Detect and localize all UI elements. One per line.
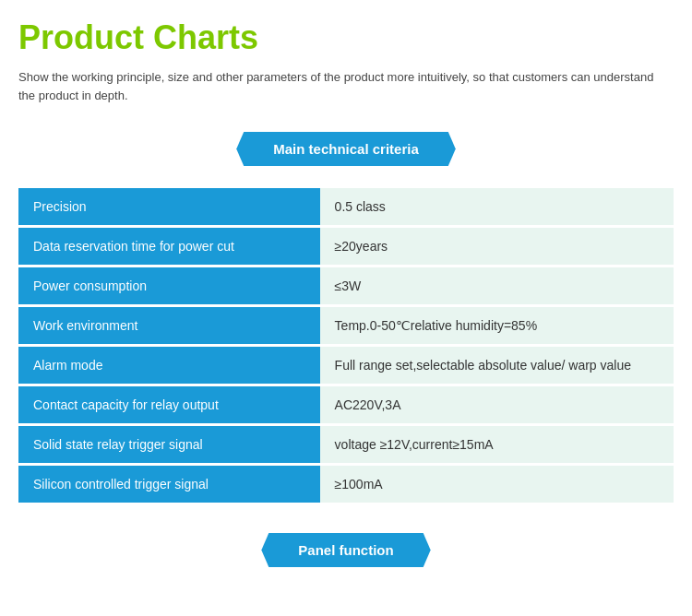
table-cell-key: Silicon controlled trigger signal bbox=[18, 465, 320, 504]
table-cell-key: Data reservation time for power cut bbox=[18, 227, 320, 267]
table-row: Data reservation time for power cut≥20ye… bbox=[18, 227, 674, 267]
table-row: Contact capacity for relay outputAC220V,… bbox=[18, 385, 674, 425]
panel-section-header-label: Panel function bbox=[298, 542, 393, 558]
table-row: Power consumption≤3W bbox=[18, 267, 674, 306]
table-cell-value: Full range set,selectable absolute value… bbox=[320, 346, 674, 385]
table-cell-value: voltage ≥12V,current≥15mA bbox=[320, 425, 674, 465]
main-section-header-wrapper: Main technical criteria bbox=[18, 132, 674, 166]
table-cell-key: Work environment bbox=[18, 306, 320, 346]
panel-section-header-wrapper: Panel function bbox=[18, 533, 674, 567]
table-row: Work environmentTemp.0-50℃relative humid… bbox=[18, 306, 674, 346]
table-cell-value: Temp.0-50℃relative humidity=85% bbox=[320, 306, 674, 346]
table-row: Solid state relay trigger signalvoltage … bbox=[18, 425, 674, 465]
table-cell-key: Solid state relay trigger signal bbox=[18, 425, 320, 465]
table-cell-key: Alarm mode bbox=[18, 346, 320, 385]
table-cell-key: Precision bbox=[18, 188, 320, 227]
table-cell-value: ≤3W bbox=[320, 267, 674, 306]
table-cell-value: AC220V,3A bbox=[320, 385, 674, 425]
table-cell-value: ≥20years bbox=[320, 227, 674, 267]
page-wrapper: Product Charts Show the working principl… bbox=[0, 0, 692, 586]
page-description: Show the working principle, size and oth… bbox=[18, 68, 674, 104]
table-row: Silicon controlled trigger signal≥100mA bbox=[18, 465, 674, 504]
technical-criteria-table: Precision0.5 classData reservation time … bbox=[18, 188, 674, 505]
table-cell-value: 0.5 class bbox=[320, 188, 674, 227]
panel-section-header: Panel function bbox=[261, 533, 430, 567]
main-section-header-label: Main technical criteria bbox=[273, 141, 419, 157]
table-row: Alarm modeFull range set,selectable abso… bbox=[18, 346, 674, 385]
table-row: Precision0.5 class bbox=[18, 188, 674, 227]
table-cell-key: Power consumption bbox=[18, 267, 320, 306]
table-cell-value: ≥100mA bbox=[320, 465, 674, 504]
main-section-header: Main technical criteria bbox=[236, 132, 456, 166]
page-title: Product Charts bbox=[18, 18, 674, 57]
table-cell-key: Contact capacity for relay output bbox=[18, 385, 320, 425]
